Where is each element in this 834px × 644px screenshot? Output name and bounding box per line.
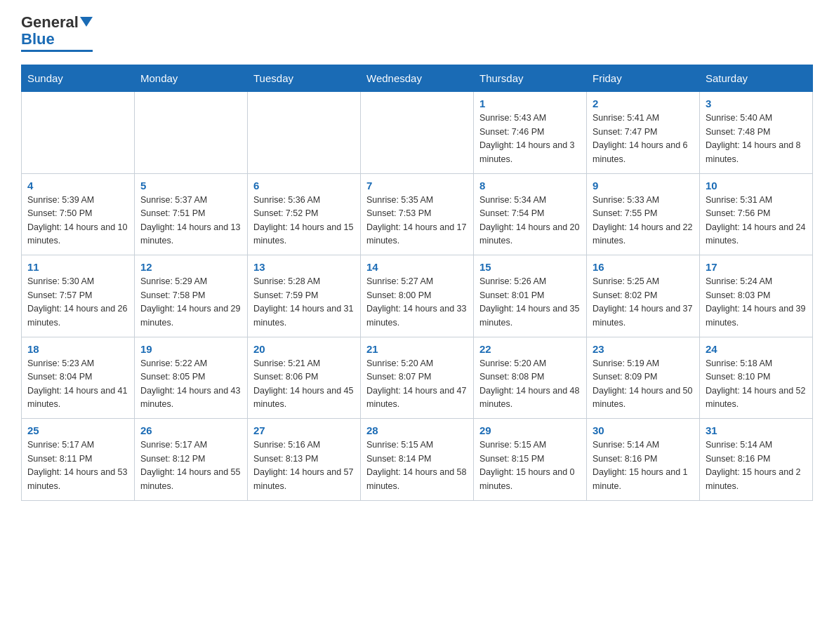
calendar-cell: 25Sunrise: 5:17 AMSunset: 8:11 PMDayligh… xyxy=(22,419,135,501)
calendar-cell: 4Sunrise: 5:39 AMSunset: 7:50 PMDaylight… xyxy=(22,173,135,255)
calendar-header-row: SundayMondayTuesdayWednesdayThursdayFrid… xyxy=(22,65,813,92)
logo-underline xyxy=(21,50,93,52)
day-number: 23 xyxy=(593,343,694,355)
day-number: 21 xyxy=(366,343,468,355)
calendar-week-2: 4Sunrise: 5:39 AMSunset: 7:50 PMDaylight… xyxy=(22,173,813,255)
calendar-cell: 13Sunrise: 5:28 AMSunset: 7:59 PMDayligh… xyxy=(248,255,361,337)
sun-info: Sunrise: 5:35 AMSunset: 7:53 PMDaylight:… xyxy=(366,194,468,248)
calendar-cell: 10Sunrise: 5:31 AMSunset: 7:56 PMDayligh… xyxy=(700,173,813,255)
sun-info: Sunrise: 5:23 AMSunset: 8:04 PMDaylight:… xyxy=(27,357,128,412)
day-number: 12 xyxy=(140,261,241,273)
day-number: 29 xyxy=(479,424,581,436)
calendar-cell xyxy=(361,92,474,174)
calendar-cell: 7Sunrise: 5:35 AMSunset: 7:53 PMDaylight… xyxy=(361,173,474,255)
calendar-week-1: 1Sunrise: 5:43 AMSunset: 7:46 PMDaylight… xyxy=(22,92,813,174)
logo-triangle-icon xyxy=(80,17,93,27)
calendar-header-monday: Monday xyxy=(135,65,248,92)
calendar-header-tuesday: Tuesday xyxy=(248,65,361,92)
day-number: 22 xyxy=(479,343,581,355)
day-number: 1 xyxy=(479,98,581,109)
calendar-cell: 16Sunrise: 5:25 AMSunset: 8:02 PMDayligh… xyxy=(587,255,700,337)
day-number: 6 xyxy=(253,180,355,192)
calendar-cell: 20Sunrise: 5:21 AMSunset: 8:06 PMDayligh… xyxy=(248,337,361,419)
calendar-cell: 28Sunrise: 5:15 AMSunset: 8:14 PMDayligh… xyxy=(361,419,474,501)
day-number: 7 xyxy=(366,180,468,192)
day-number: 30 xyxy=(593,424,694,436)
day-number: 18 xyxy=(27,343,128,355)
day-number: 8 xyxy=(479,180,581,192)
calendar-cell: 18Sunrise: 5:23 AMSunset: 8:04 PMDayligh… xyxy=(22,337,135,419)
day-number: 20 xyxy=(253,343,355,355)
calendar-cell: 2Sunrise: 5:41 AMSunset: 7:47 PMDaylight… xyxy=(587,92,700,174)
calendar-header-wednesday: Wednesday xyxy=(361,65,474,92)
day-number: 13 xyxy=(253,261,355,273)
sun-info: Sunrise: 5:34 AMSunset: 7:54 PMDaylight:… xyxy=(479,194,581,248)
calendar-cell: 6Sunrise: 5:36 AMSunset: 7:52 PMDaylight… xyxy=(248,173,361,255)
calendar-table: SundayMondayTuesdayWednesdayThursdayFrid… xyxy=(21,65,813,501)
calendar-week-3: 11Sunrise: 5:30 AMSunset: 7:57 PMDayligh… xyxy=(22,255,813,337)
logo: General Blue xyxy=(21,14,93,52)
sun-info: Sunrise: 5:39 AMSunset: 7:50 PMDaylight:… xyxy=(27,194,128,248)
sun-info: Sunrise: 5:24 AMSunset: 8:03 PMDaylight:… xyxy=(706,275,807,330)
calendar-cell: 11Sunrise: 5:30 AMSunset: 7:57 PMDayligh… xyxy=(22,255,135,337)
calendar-header-friday: Friday xyxy=(587,65,700,92)
sun-info: Sunrise: 5:15 AMSunset: 8:15 PMDaylight:… xyxy=(479,438,581,493)
day-number: 17 xyxy=(706,261,807,273)
sun-info: Sunrise: 5:26 AMSunset: 8:01 PMDaylight:… xyxy=(479,275,581,330)
calendar-cell xyxy=(135,92,248,174)
calendar-week-4: 18Sunrise: 5:23 AMSunset: 8:04 PMDayligh… xyxy=(22,337,813,419)
sun-info: Sunrise: 5:22 AMSunset: 8:05 PMDaylight:… xyxy=(140,357,241,412)
sun-info: Sunrise: 5:36 AMSunset: 7:52 PMDaylight:… xyxy=(253,194,355,248)
sun-info: Sunrise: 5:15 AMSunset: 8:14 PMDaylight:… xyxy=(366,438,468,493)
sun-info: Sunrise: 5:33 AMSunset: 7:55 PMDaylight:… xyxy=(593,194,694,248)
sun-info: Sunrise: 5:28 AMSunset: 7:59 PMDaylight:… xyxy=(253,275,355,330)
day-number: 5 xyxy=(140,180,241,192)
sun-info: Sunrise: 5:30 AMSunset: 7:57 PMDaylight:… xyxy=(27,275,128,330)
logo-general: General xyxy=(21,13,79,31)
day-number: 14 xyxy=(366,261,468,273)
calendar-cell: 21Sunrise: 5:20 AMSunset: 8:07 PMDayligh… xyxy=(361,337,474,419)
sun-info: Sunrise: 5:25 AMSunset: 8:02 PMDaylight:… xyxy=(593,275,694,330)
day-number: 10 xyxy=(706,180,807,192)
sun-info: Sunrise: 5:14 AMSunset: 8:16 PMDaylight:… xyxy=(593,438,694,493)
calendar-cell: 22Sunrise: 5:20 AMSunset: 8:08 PMDayligh… xyxy=(474,337,587,419)
day-number: 2 xyxy=(593,98,694,109)
sun-info: Sunrise: 5:20 AMSunset: 8:08 PMDaylight:… xyxy=(479,357,581,412)
day-number: 28 xyxy=(366,424,468,436)
calendar-cell: 23Sunrise: 5:19 AMSunset: 8:09 PMDayligh… xyxy=(587,337,700,419)
calendar-cell xyxy=(22,92,135,174)
calendar-cell: 24Sunrise: 5:18 AMSunset: 8:10 PMDayligh… xyxy=(700,337,813,419)
calendar-header-sunday: Sunday xyxy=(22,65,135,92)
sun-info: Sunrise: 5:31 AMSunset: 7:56 PMDaylight:… xyxy=(706,194,807,248)
calendar-cell: 3Sunrise: 5:40 AMSunset: 7:48 PMDaylight… xyxy=(700,92,813,174)
sun-info: Sunrise: 5:17 AMSunset: 8:11 PMDaylight:… xyxy=(27,438,128,493)
calendar-cell: 9Sunrise: 5:33 AMSunset: 7:55 PMDaylight… xyxy=(587,173,700,255)
sun-info: Sunrise: 5:18 AMSunset: 8:10 PMDaylight:… xyxy=(706,357,807,412)
calendar-header-saturday: Saturday xyxy=(700,65,813,92)
calendar-cell: 26Sunrise: 5:17 AMSunset: 8:12 PMDayligh… xyxy=(135,419,248,501)
day-number: 31 xyxy=(706,424,807,436)
day-number: 4 xyxy=(27,180,128,192)
day-number: 19 xyxy=(140,343,241,355)
day-number: 24 xyxy=(706,343,807,355)
sun-info: Sunrise: 5:20 AMSunset: 8:07 PMDaylight:… xyxy=(366,357,468,412)
sun-info: Sunrise: 5:37 AMSunset: 7:51 PMDaylight:… xyxy=(140,194,241,248)
sun-info: Sunrise: 5:29 AMSunset: 7:58 PMDaylight:… xyxy=(140,275,241,330)
calendar-cell: 27Sunrise: 5:16 AMSunset: 8:13 PMDayligh… xyxy=(248,419,361,501)
day-number: 16 xyxy=(593,261,694,273)
day-number: 15 xyxy=(479,261,581,273)
page-header: General Blue xyxy=(21,14,813,52)
logo-blue: Blue xyxy=(21,30,55,48)
day-number: 25 xyxy=(27,424,128,436)
sun-info: Sunrise: 5:27 AMSunset: 8:00 PMDaylight:… xyxy=(366,275,468,330)
calendar-cell: 12Sunrise: 5:29 AMSunset: 7:58 PMDayligh… xyxy=(135,255,248,337)
sun-info: Sunrise: 5:43 AMSunset: 7:46 PMDaylight:… xyxy=(479,112,581,166)
sun-info: Sunrise: 5:16 AMSunset: 8:13 PMDaylight:… xyxy=(253,438,355,493)
calendar-cell: 8Sunrise: 5:34 AMSunset: 7:54 PMDaylight… xyxy=(474,173,587,255)
calendar-cell: 30Sunrise: 5:14 AMSunset: 8:16 PMDayligh… xyxy=(587,419,700,501)
calendar-cell: 1Sunrise: 5:43 AMSunset: 7:46 PMDaylight… xyxy=(474,92,587,174)
sun-info: Sunrise: 5:40 AMSunset: 7:48 PMDaylight:… xyxy=(706,112,807,166)
calendar-cell xyxy=(248,92,361,174)
calendar-cell: 15Sunrise: 5:26 AMSunset: 8:01 PMDayligh… xyxy=(474,255,587,337)
day-number: 3 xyxy=(706,98,807,109)
